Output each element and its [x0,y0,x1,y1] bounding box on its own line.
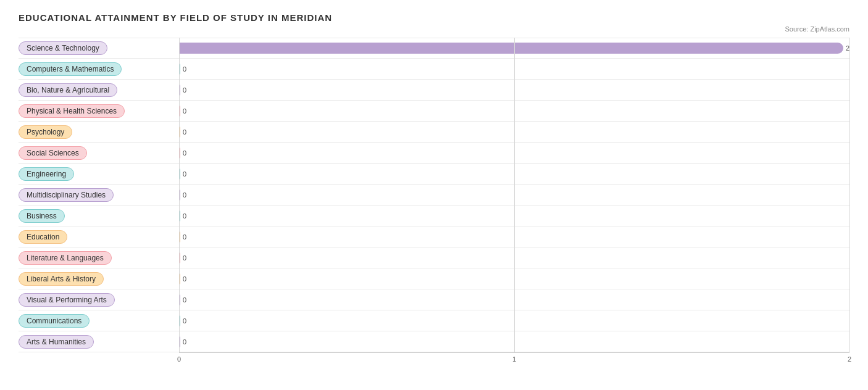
category-label: Social Sciences [19,146,87,160]
table-row: Computers & Mathematics0 [19,59,849,80]
bar-value: 0 [183,107,186,115]
bar [179,315,180,326]
label-pill: Communications [19,314,179,328]
chart-area: Science & Technology2Computers & Mathema… [19,38,849,365]
table-row: Social Sciences0 [19,143,849,164]
category-label: Science & Technology [19,41,107,55]
bar-value: 2 [846,44,849,52]
label-pill: Bio, Nature & Agricultural [19,83,179,97]
label-pill: Multidisciplinary Studies [19,188,179,202]
rows-wrapper: Science & Technology2Computers & Mathema… [19,38,849,352]
table-row: Bio, Nature & Agricultural0 [19,80,849,101]
chart-title: EDUCATIONAL ATTAINMENT BY FIELD OF STUDY… [19,12,849,23]
label-pill: Education [19,230,179,244]
bar-value: 0 [183,296,186,304]
table-row: Physical & Health Sciences0 [19,101,849,122]
table-row: Literature & Languages0 [19,247,849,268]
label-pill: Physical & Health Sciences [19,104,179,118]
category-label: Liberal Arts & History [19,272,104,286]
bar-container: 0 [179,167,849,181]
bar-container: 0 [179,104,849,118]
bar-value: 0 [183,338,186,346]
category-label: Multidisciplinary Studies [19,188,114,202]
bar [179,127,180,138]
bar-container: 0 [179,125,849,139]
bar-value: 0 [183,254,186,262]
category-label: Physical & Health Sciences [19,104,125,118]
bar [179,231,180,243]
category-label: Communications [19,314,90,328]
label-pill: Literature & Languages [19,251,179,265]
bar [179,168,180,180]
bar [179,85,180,96]
table-row: Psychology0 [19,122,849,143]
bar [179,210,180,222]
bar-value: 0 [183,86,186,94]
source-label: Source: ZipAtlas.com [19,25,849,33]
category-label: Business [19,209,65,223]
bar-value: 0 [183,149,186,157]
bar-value: 0 [183,212,186,220]
x-tick-label: 2 [848,355,851,363]
bar [179,64,180,75]
bar-container: 0 [179,293,849,307]
category-label: Literature & Languages [19,251,112,265]
category-label: Computers & Mathematics [19,62,122,76]
bar-container: 0 [179,188,849,202]
bar-value: 0 [183,191,186,199]
label-pill: Liberal Arts & History [19,272,179,286]
bar-value: 0 [183,128,186,136]
bar-value: 0 [183,275,186,283]
label-pill: Computers & Mathematics [19,62,179,76]
label-pill: Engineering [19,167,179,181]
table-row: Visual & Performing Arts0 [19,289,849,310]
category-label: Arts & Humanities [19,335,94,349]
bar [179,147,180,159]
bar [179,252,180,263]
label-pill: Business [19,209,179,223]
bar [179,189,180,201]
x-tick-label: 1 [512,355,516,363]
category-label: Bio, Nature & Agricultural [19,83,117,97]
bar-container: 0 [179,230,849,244]
table-row: Arts & Humanities0 [19,331,849,352]
bar-container: 0 [179,272,849,286]
bar [179,43,843,54]
table-row: Education0 [19,226,849,247]
label-pill: Visual & Performing Arts [19,293,179,307]
bar-container: 2 [179,41,849,55]
label-pill: Social Sciences [19,146,179,160]
label-pill: Psychology [19,125,179,139]
bar [179,106,180,117]
table-row: Multidisciplinary Studies0 [19,185,849,205]
bar [179,294,180,305]
x-tick-label: 0 [177,355,181,363]
table-row: Liberal Arts & History0 [19,268,849,289]
bar-value: 0 [183,233,186,241]
label-pill: Arts & Humanities [19,335,179,349]
bar-value: 0 [183,65,186,73]
x-axis: 012 [179,352,849,365]
table-row: Communications0 [19,310,849,331]
bar-container: 0 [179,83,849,97]
bar-container: 0 [179,314,849,328]
grid-line [849,38,850,352]
bar-value: 0 [183,170,186,178]
table-row: Science & Technology2 [19,38,849,59]
bar-container: 0 [179,251,849,265]
category-label: Education [19,230,67,244]
category-label: Engineering [19,167,74,181]
bar-container: 0 [179,335,849,349]
bar-container: 0 [179,146,849,160]
label-pill: Science & Technology [19,41,179,55]
category-label: Visual & Performing Arts [19,293,115,307]
bar-container: 0 [179,62,849,76]
bar [179,336,180,347]
bar [179,273,180,284]
bar-value: 0 [183,317,186,325]
table-row: Business0 [19,205,849,226]
bar-container: 0 [179,209,849,223]
category-label: Psychology [19,125,72,139]
table-row: Engineering0 [19,164,849,185]
